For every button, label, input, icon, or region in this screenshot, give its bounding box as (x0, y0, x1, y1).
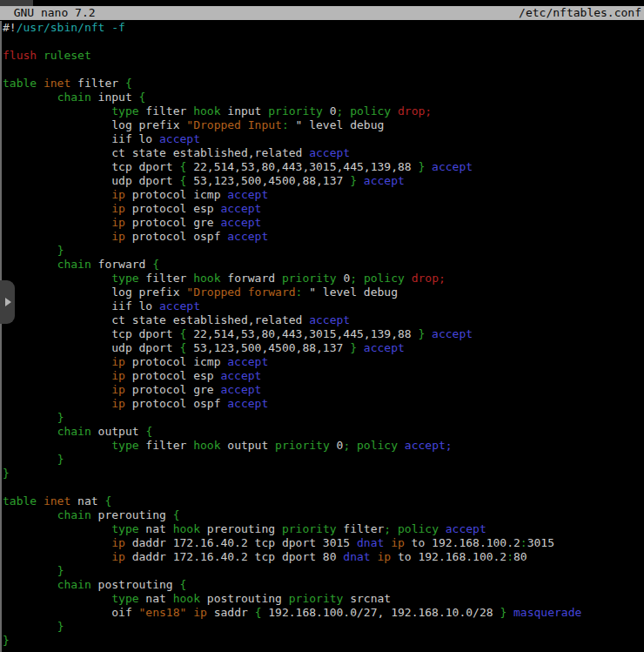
code-line: } (3, 453, 644, 467)
code-token: srcnat (343, 592, 391, 605)
side-panel-handle[interactable] (0, 280, 15, 324)
code-token: } (57, 411, 64, 424)
code-token (3, 104, 111, 118)
code-token: : (506, 550, 513, 563)
code-token: table (3, 494, 37, 507)
code-token (3, 453, 57, 466)
code-line: type nat hook postrouting priority srcna… (3, 592, 644, 606)
code-token: hook (193, 104, 220, 118)
code-token (3, 592, 111, 605)
code-token: accept (309, 146, 350, 159)
code-token: : (282, 118, 289, 131)
code-token: prerouting (200, 522, 282, 535)
code-token (3, 564, 57, 577)
code-line: ip protocol gre accept (3, 216, 644, 230)
code-token (3, 91, 57, 104)
code-token: 22,514,53,80,443,3015,445,139,88 (186, 327, 418, 340)
code-line: chain input { (3, 91, 644, 104)
code-token (3, 425, 57, 438)
code-token: oif (3, 606, 139, 619)
code-token: flush (3, 49, 37, 62)
code-token: protocol esp (125, 369, 221, 382)
code-token: protocol gre (125, 383, 221, 396)
code-token (3, 411, 57, 424)
code-token: } (57, 244, 64, 257)
code-line: } (3, 634, 644, 648)
code-token: priority (275, 439, 330, 452)
code-token: dnat (343, 550, 370, 563)
code-token: nat (139, 592, 173, 605)
code-line: type filter hook input priority 0; polic… (3, 104, 644, 118)
code-token: } (350, 174, 357, 187)
code-token: filter (139, 272, 194, 285)
code-token: ct state established,related (3, 313, 309, 326)
code-token (3, 188, 111, 201)
code-token: output (91, 425, 146, 438)
code-token: /usr/sbin/nft -f (17, 21, 125, 34)
code-line: ip protocol esp accept (3, 369, 644, 383)
code-token: accept (364, 341, 405, 354)
code-line: udp dport { 53,123,500,4500,88,137 } acc… (3, 341, 644, 355)
code-token (357, 272, 364, 285)
code-line (3, 63, 644, 77)
code-line: ct state established,related accept (3, 146, 644, 160)
code-token: table (3, 77, 37, 90)
code-token: log prefix (3, 118, 186, 131)
code-token: protocol ospf (125, 397, 227, 410)
code-token: filter (337, 522, 385, 535)
chevron-right-icon (5, 298, 11, 306)
code-token: tcp dport (3, 160, 180, 173)
code-token: accept (227, 397, 268, 410)
code-token: } (350, 341, 357, 354)
code-token: chain (57, 258, 91, 271)
code-token: { (139, 91, 146, 104)
code-line: type filter hook output priority 0; poli… (3, 439, 644, 453)
code-token: level debug (302, 118, 384, 131)
code-token: ip (111, 369, 125, 382)
nano-app-title: GNU nano 7.2 (0, 6, 96, 20)
code-token (3, 508, 57, 521)
code-token: 0 (337, 272, 351, 285)
code-token (3, 355, 111, 368)
code-token (37, 77, 44, 90)
code-token: "Dropped Input (186, 118, 282, 131)
code-token: forward (220, 272, 281, 285)
code-token (3, 620, 57, 633)
code-token: priority (282, 522, 337, 535)
code-token: masquerade (513, 606, 581, 619)
code-token: nat (70, 494, 104, 507)
code-token: { (152, 258, 159, 271)
code-line (3, 35, 644, 49)
code-token (3, 244, 57, 257)
code-token: ip (111, 230, 125, 243)
code-line: ip protocol ospf accept (3, 230, 644, 244)
code-line: oif "ens18" ip saddr { 192.168.100.0/27,… (3, 606, 644, 620)
code-token: ip (377, 550, 391, 563)
code-token: type (111, 522, 138, 535)
editor[interactable]: #!/usr/sbin/nft -fflush rulesettable ine… (0, 21, 644, 652)
nano-titlebar: GNU nano 7.2 /etc/nftables.conf (0, 6, 644, 20)
code-token: { (173, 508, 180, 521)
code-token (425, 327, 432, 340)
code-token: 0 (330, 439, 344, 452)
code-token: priority (289, 592, 344, 605)
code-line: table inet nat { (3, 494, 644, 508)
code-line: ip protocol ospf accept (3, 397, 644, 411)
nano-file-path: /etc/nftables.conf (519, 6, 644, 20)
code-line: } (3, 244, 644, 258)
code-token (3, 578, 57, 591)
code-token: type (111, 592, 138, 605)
code-token (37, 49, 44, 62)
code-token (3, 536, 111, 549)
code-token: input (220, 104, 268, 118)
code-token (3, 230, 111, 243)
code-line: iif lo accept (3, 132, 644, 146)
code-token: ip (111, 216, 125, 229)
code-token: accept (227, 188, 268, 201)
code-token: hook (193, 272, 220, 285)
code-token: hook (173, 592, 200, 605)
code-token: daddr 172.16.40.2 tcp dport 80 (125, 550, 343, 563)
code-token: hook (193, 439, 220, 452)
code-token: "ens18" (139, 606, 187, 619)
code-token: priority (268, 104, 323, 118)
